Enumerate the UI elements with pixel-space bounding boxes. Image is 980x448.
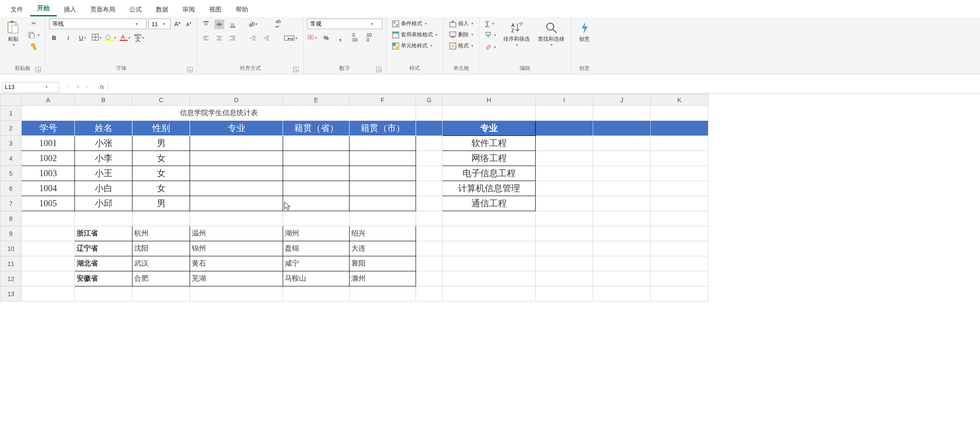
align-center-button[interactable]	[214, 33, 224, 43]
cell[interactable]: 小李	[75, 151, 132, 166]
cell[interactable]	[350, 151, 416, 166]
cell[interactable]	[22, 256, 75, 271]
cell[interactable]: 1002	[22, 151, 75, 166]
cell[interactable]	[593, 151, 651, 166]
cell[interactable]	[536, 106, 593, 121]
find-select-button[interactable]: 查找和选择▾	[535, 19, 567, 49]
cell[interactable]: 籍贯（省）	[283, 121, 350, 136]
menubar-item-0[interactable]: 文件	[4, 2, 30, 16]
cell[interactable]: 网络工程	[443, 151, 536, 166]
formula-input[interactable]	[108, 82, 980, 93]
cell[interactable]: 小张	[75, 136, 132, 151]
col-header-D[interactable]: D	[190, 94, 283, 106]
cell[interactable]: 电子信息工程	[443, 166, 536, 181]
cell[interactable]	[190, 166, 283, 181]
cell[interactable]	[651, 286, 708, 301]
cell[interactable]: 滁州	[350, 271, 416, 286]
cell[interactable]: 温州	[190, 226, 283, 241]
cell[interactable]	[651, 196, 708, 211]
name-box[interactable]: ▾	[2, 82, 59, 93]
cell[interactable]: 湖北省	[75, 256, 132, 271]
font-color-button[interactable]: A▾	[120, 33, 130, 42]
cell[interactable]	[350, 166, 416, 181]
menubar-item-7[interactable]: 视图	[202, 2, 229, 16]
menubar-item-6[interactable]: 审阅	[175, 2, 202, 16]
cell[interactable]	[443, 271, 536, 286]
cell[interactable]	[536, 211, 593, 226]
cell[interactable]	[22, 286, 75, 301]
col-header-F[interactable]: F	[350, 94, 416, 106]
cell[interactable]: 专业	[443, 121, 536, 136]
number-format-input[interactable]	[307, 21, 369, 27]
row-header-5[interactable]: 5	[0, 166, 22, 181]
align-left-button[interactable]	[201, 33, 211, 43]
cell[interactable]: 锦州	[190, 241, 283, 256]
col-header-E[interactable]: E	[283, 94, 350, 106]
menubar-item-3[interactable]: 页面布局	[83, 2, 122, 16]
cell[interactable]	[350, 211, 416, 226]
cell[interactable]	[651, 106, 708, 121]
chevron-down-icon[interactable]: ▾	[369, 22, 375, 26]
cell[interactable]: 辽宁省	[75, 241, 132, 256]
cell[interactable]	[536, 136, 593, 151]
font-size-combo[interactable]: ▾	[148, 19, 171, 29]
wrap-text-button[interactable]: ab↵	[268, 19, 288, 30]
align-right-button[interactable]	[228, 33, 237, 43]
cell[interactable]: 学号	[22, 121, 75, 136]
cell[interactable]	[593, 271, 651, 286]
cell[interactable]	[651, 166, 708, 181]
cell[interactable]: 武汉	[132, 256, 190, 271]
cell[interactable]	[443, 211, 536, 226]
cell[interactable]: 盘锦	[283, 241, 350, 256]
col-header-J[interactable]: J	[593, 94, 651, 106]
cell[interactable]	[536, 241, 593, 256]
clear-button[interactable]: ▾	[483, 42, 498, 52]
cell[interactable]	[190, 181, 283, 196]
align-top-button[interactable]	[201, 19, 211, 29]
cell[interactable]	[416, 196, 443, 211]
cell[interactable]: 黄石	[190, 256, 283, 271]
cell[interactable]	[190, 286, 283, 301]
cell[interactable]: 软件工程	[443, 136, 536, 151]
font-name-input[interactable]	[50, 21, 134, 27]
sheet-table[interactable]: ABCDEFGHIJK1信息学院学生信息统计表2学号姓名性别专业籍贯（省）籍贯（…	[0, 94, 708, 301]
cell[interactable]: 沈阳	[132, 241, 190, 256]
accounting-format-button[interactable]: ▾	[307, 33, 317, 42]
cell[interactable]: 杭州	[132, 226, 190, 241]
chevron-down-icon[interactable]: ▾	[134, 22, 140, 26]
cell[interactable]	[593, 181, 651, 196]
cell[interactable]: 襄阳	[350, 256, 416, 271]
dialog-launcher-icon[interactable]: ↘	[376, 67, 381, 72]
dialog-launcher-icon[interactable]: ↘	[293, 67, 299, 72]
cell[interactable]	[416, 151, 443, 166]
cell[interactable]: 女	[132, 151, 190, 166]
col-header-C[interactable]: C	[132, 94, 190, 106]
cell[interactable]: 马鞍山	[283, 271, 350, 286]
menubar-item-2[interactable]: 插入	[57, 2, 83, 16]
dialog-launcher-icon[interactable]: ↘	[187, 67, 193, 72]
row-header-7[interactable]: 7	[0, 196, 22, 211]
cell[interactable]: 通信工程	[443, 196, 536, 211]
cell[interactable]: 大连	[350, 241, 416, 256]
comma-button[interactable]: ,	[335, 33, 345, 42]
cell[interactable]	[651, 256, 708, 271]
chevron-down-icon[interactable]: ▾	[46, 85, 47, 89]
fill-button[interactable]: ▾	[483, 30, 498, 40]
italic-button[interactable]: I	[63, 33, 73, 42]
grow-font-button[interactable]: A▴	[172, 19, 182, 29]
cell[interactable]	[443, 286, 536, 301]
cell[interactable]	[22, 226, 75, 241]
cell[interactable]	[593, 226, 651, 241]
cell[interactable]: 合肥	[132, 271, 190, 286]
cell[interactable]	[593, 256, 651, 271]
chevron-down-icon[interactable]: ▾	[161, 22, 167, 26]
cell[interactable]	[350, 196, 416, 211]
cell[interactable]: 姓名	[75, 121, 132, 136]
cell[interactable]: 男	[132, 196, 190, 211]
cell-styles-button[interactable]: 单元格样式▾	[390, 41, 434, 51]
enter-formula-button[interactable]: ✓	[85, 84, 90, 90]
bold-button[interactable]: B	[49, 33, 59, 42]
cell[interactable]	[536, 166, 593, 181]
cell[interactable]	[22, 271, 75, 286]
cell[interactable]	[75, 286, 132, 301]
